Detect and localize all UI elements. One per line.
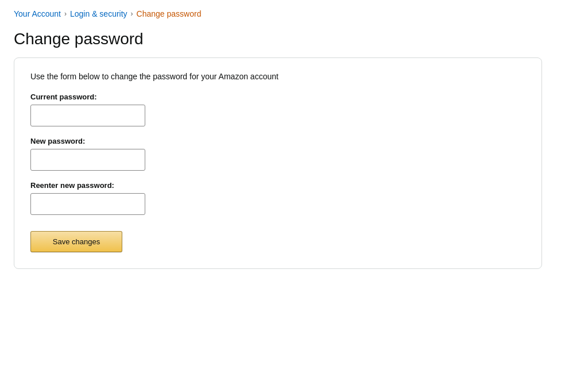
- current-password-label: Current password:: [30, 93, 525, 101]
- breadcrumb: Your Account › Login & security › Change…: [14, 9, 574, 18]
- new-password-label: New password:: [30, 137, 525, 145]
- breadcrumb-your-account[interactable]: Your Account: [14, 9, 61, 18]
- form-description: Use the form below to change the passwor…: [30, 72, 525, 81]
- breadcrumb-separator-1: ›: [64, 10, 67, 18]
- current-password-input[interactable]: [30, 105, 145, 126]
- breadcrumb-current-page: Change password: [137, 9, 202, 18]
- reenter-password-label: Reenter new password:: [30, 181, 525, 190]
- form-card: Use the form below to change the passwor…: [14, 57, 542, 269]
- save-changes-button[interactable]: Save changes: [30, 231, 122, 252]
- reenter-password-group: Reenter new password:: [30, 181, 525, 215]
- breadcrumb-separator-2: ›: [131, 10, 133, 18]
- current-password-group: Current password:: [30, 93, 525, 126]
- page-title: Change password: [14, 30, 574, 48]
- new-password-input[interactable]: [30, 149, 145, 171]
- breadcrumb-login-security[interactable]: Login & security: [70, 9, 127, 18]
- new-password-group: New password:: [30, 137, 525, 171]
- reenter-password-input[interactable]: [30, 193, 145, 215]
